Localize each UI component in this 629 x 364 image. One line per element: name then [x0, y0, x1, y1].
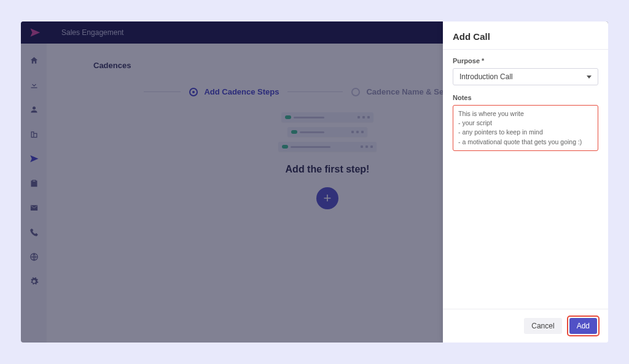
chevron-down-icon	[587, 76, 592, 79]
notes-input[interactable]: This is where you write - your script - …	[453, 105, 598, 151]
cancel-button[interactable]: Cancel	[524, 318, 561, 334]
add-button-highlight: Add	[567, 316, 600, 336]
add-call-panel: Add Call Purpose * Introduction Call Not…	[443, 21, 608, 343]
purpose-label: Purpose *	[453, 57, 598, 64]
add-button[interactable]: Add	[569, 318, 597, 334]
purpose-select-value: Introduction Call	[459, 72, 513, 81]
modal-overlay	[21, 21, 443, 343]
panel-title: Add Call	[453, 31, 598, 42]
purpose-select[interactable]: Introduction Call	[453, 68, 598, 85]
notes-label: Notes	[453, 94, 598, 101]
